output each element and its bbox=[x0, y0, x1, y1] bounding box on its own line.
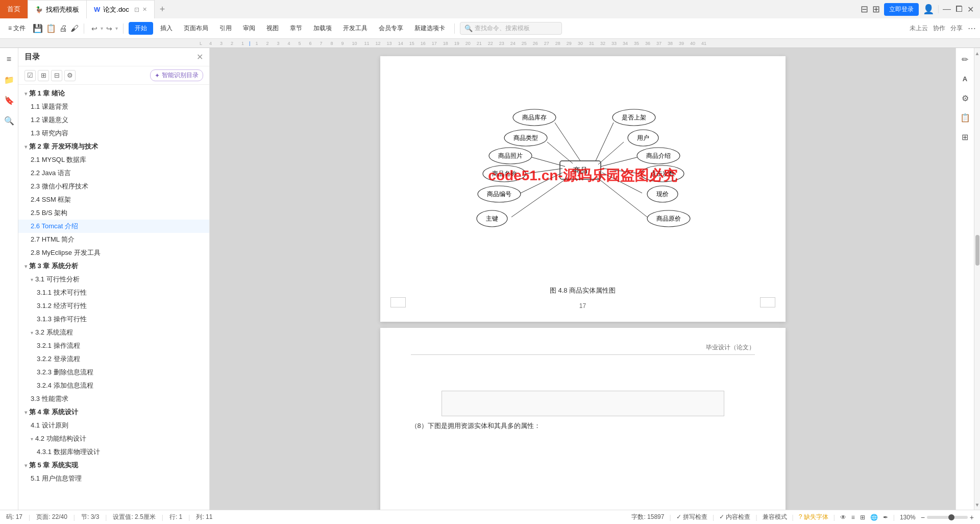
scroll-thumb[interactable] bbox=[975, 235, 979, 266]
toc-item-s2.2[interactable]: 2.2 Java 语言 bbox=[18, 166, 209, 180]
toc-item-s2.4[interactable]: 2.4 SSM 框架 bbox=[18, 193, 209, 206]
sidebar-close-button[interactable]: ✕ bbox=[197, 52, 203, 62]
toc-item-s3.2.4[interactable]: 3.2.4 添加信息流程 bbox=[18, 379, 209, 392]
tab-home[interactable]: 首页 bbox=[0, 0, 28, 18]
layout-icon-1[interactable]: ⊟ bbox=[861, 4, 868, 15]
document-area[interactable]: 商品 商品库存 是否上架 商品类型 bbox=[210, 48, 955, 510]
toc-item-s2.1[interactable]: 2.1 MYSQL 数据库 bbox=[18, 153, 209, 166]
toc-item-s2.8[interactable]: 2.8 MyEclipse 开发工具 bbox=[18, 246, 209, 259]
right-icon-grid[interactable]: ⊞ bbox=[958, 130, 972, 144]
ribbon-chapter-button[interactable]: 章节 bbox=[286, 22, 306, 34]
collab-button[interactable]: 协作 bbox=[933, 24, 945, 33]
sidebar-settings-btn[interactable]: ⚙ bbox=[64, 70, 76, 81]
more-options-icon[interactable]: ⋯ bbox=[968, 23, 976, 33]
user-avatar[interactable]: 👤 bbox=[923, 4, 934, 15]
vertical-scrollbar[interactable]: ▲ ▼ bbox=[974, 48, 980, 510]
toc-item-s1.2[interactable]: 1.2 课题意义 bbox=[18, 113, 209, 127]
status-pen-icon[interactable]: ✒ bbox=[883, 514, 888, 521]
right-icon-clipboard[interactable]: 📋 bbox=[958, 110, 972, 125]
toc-item-s3.2.1[interactable]: 3.2.1 操作流程 bbox=[18, 339, 209, 352]
new-tab-button[interactable]: + bbox=[155, 4, 170, 15]
status-list-icon[interactable]: ≡ bbox=[851, 514, 855, 521]
ribbon-member-button[interactable]: 会员专享 bbox=[375, 22, 407, 34]
toc-item-ch3[interactable]: ▾第 3 章 系统分析 bbox=[18, 259, 209, 273]
close-button[interactable]: ✕ bbox=[967, 5, 974, 14]
toc-item-s3.1.1[interactable]: 3.1.1 技术可行性 bbox=[18, 286, 209, 299]
doc-tab-restore[interactable]: ⊡ bbox=[134, 6, 139, 13]
zoom-control[interactable]: − + bbox=[921, 513, 974, 521]
toc-item-s4.3.1[interactable]: 4.3.1 数据库物理设计 bbox=[18, 445, 209, 459]
toc-item-s3.2.3[interactable]: 3.2.3 删除信息流程 bbox=[18, 366, 209, 379]
ribbon-view-button[interactable]: 视图 bbox=[262, 22, 283, 34]
status-globe-icon[interactable]: 🌐 bbox=[870, 514, 878, 521]
zoom-slider[interactable] bbox=[927, 516, 968, 519]
status-grid-icon[interactable]: ⊞ bbox=[860, 514, 865, 521]
redo-button[interactable]: ↪ bbox=[104, 23, 114, 34]
toc-item-s1.1[interactable]: 1.1 课题背景 bbox=[18, 100, 209, 113]
toc-item-ch2[interactable]: ▾第 2 章 开发环境与技术 bbox=[18, 140, 209, 153]
ribbon-review-button[interactable]: 审阅 bbox=[239, 22, 259, 34]
zoom-out-button[interactable]: − bbox=[921, 513, 925, 521]
minimize-button[interactable]: — bbox=[943, 5, 951, 14]
toc-item-s1.3[interactable]: 1.3 研究内容 bbox=[18, 127, 209, 140]
search-box[interactable]: 🔍 查找命令、搜索模板 bbox=[460, 22, 562, 35]
nav-icon-search[interactable]: 🔍 bbox=[2, 113, 16, 128]
sidebar-expand-btn[interactable]: ⊞ bbox=[38, 70, 49, 81]
tab-doc[interactable]: W 论文.doc ⊡ ✕ bbox=[87, 0, 155, 18]
cloud-save-button[interactable]: 未上云 bbox=[910, 24, 928, 33]
scroll-track[interactable] bbox=[974, 58, 980, 499]
toc-item-s4.1[interactable]: 4.1 设计原则 bbox=[18, 419, 209, 432]
toc-item-s3.2.2[interactable]: 3.2.2 登录流程 bbox=[18, 352, 209, 366]
toc-item-s3.1[interactable]: ▾3.1 可行性分析 bbox=[18, 273, 209, 286]
toc-item-ch1[interactable]: ▾第 1 章 绪论 bbox=[18, 87, 209, 100]
ribbon-start-button[interactable]: 开始 bbox=[129, 22, 153, 35]
paint-icon[interactable]: 🖌 bbox=[70, 24, 79, 33]
toc-item-s4.2[interactable]: ▾4.2 功能结构设计 bbox=[18, 432, 209, 445]
template-save-icon[interactable]: 📋 bbox=[46, 23, 56, 33]
toc-item-s5.1[interactable]: 5.1 用户信息管理 bbox=[18, 472, 209, 485]
nav-icon-bookmark[interactable]: 🔖 bbox=[2, 93, 16, 107]
sidebar-collapse-btn[interactable]: ⊟ bbox=[51, 70, 62, 81]
toc-item-ch5[interactable]: ▾第 5 章 系统实现 bbox=[18, 459, 209, 472]
nav-icon-toc[interactable]: ≡ bbox=[2, 52, 16, 66]
right-icon-settings[interactable]: ⚙ bbox=[958, 91, 972, 105]
toc-item-s2.5[interactable]: 2.5 B/S 架构 bbox=[18, 206, 209, 220]
toc-item-s2.7[interactable]: 2.7 HTML 简介 bbox=[18, 233, 209, 246]
ribbon-tools-button[interactable]: 开发工具 bbox=[339, 22, 372, 34]
toc-item-ch4[interactable]: ▾第 4 章 系统设计 bbox=[18, 406, 209, 419]
toc-item-s2.3[interactable]: 2.3 微信小程序技术 bbox=[18, 180, 209, 193]
login-button[interactable]: 立即登录 bbox=[884, 3, 919, 16]
save-icon[interactable]: 💾 bbox=[33, 23, 43, 33]
zoom-slider-thumb[interactable] bbox=[948, 514, 954, 520]
scroll-up-button[interactable]: ▲ bbox=[974, 48, 980, 58]
right-icon-edit[interactable]: ✏ bbox=[958, 52, 972, 66]
spell-check[interactable]: ✓ 拼写检查 bbox=[676, 513, 707, 521]
font-warning[interactable]: ? 缺失字体 bbox=[799, 513, 828, 521]
share-button[interactable]: 分享 bbox=[950, 24, 963, 33]
ribbon-layout-button[interactable]: 页面布局 bbox=[180, 22, 212, 34]
zoom-in-button[interactable]: + bbox=[970, 513, 974, 521]
layout-icon-2[interactable]: ⊞ bbox=[872, 4, 880, 15]
toc-item-s3.1.3[interactable]: 3.1.3 操作可行性 bbox=[18, 313, 209, 326]
ribbon-newselect-button[interactable]: 新建选项卡 bbox=[410, 22, 449, 34]
doc-tab-close[interactable]: ✕ bbox=[142, 6, 147, 13]
undo-button[interactable]: ↩ bbox=[89, 23, 100, 34]
ribbon-ref-button[interactable]: 引用 bbox=[215, 22, 236, 34]
print-icon[interactable]: 🖨 bbox=[59, 24, 67, 33]
content-check[interactable]: ✓ 内容检查 bbox=[719, 513, 750, 521]
toc-item-s3.2[interactable]: ▾3.2 系统流程 bbox=[18, 326, 209, 339]
scroll-down-button[interactable]: ▼ bbox=[974, 499, 980, 510]
ai-identify-button[interactable]: ✦ 智能识别目录 bbox=[150, 69, 203, 81]
tab-template[interactable]: 🦆 找稻壳模板 bbox=[28, 0, 87, 18]
ribbon-insert-button[interactable]: 插入 bbox=[156, 22, 177, 34]
file-menu-button[interactable]: ≡ 文件 bbox=[4, 22, 30, 34]
toc-item-s3.1.2[interactable]: 3.1.2 经济可行性 bbox=[18, 299, 209, 313]
toc-item-s2.6[interactable]: 2.6 Tomcat 介绍 bbox=[18, 220, 209, 233]
sidebar-check-all[interactable]: ☑ bbox=[24, 70, 36, 81]
right-icon-text[interactable]: A bbox=[958, 72, 972, 86]
toc-item-s3.3[interactable]: 3.3 性能需求 bbox=[18, 392, 209, 406]
restore-button[interactable]: ⧠ bbox=[955, 5, 963, 14]
status-eye-icon[interactable]: 👁 bbox=[840, 514, 846, 521]
ribbon-addons-button[interactable]: 加载项 bbox=[309, 22, 336, 34]
nav-icon-folder[interactable]: 📁 bbox=[2, 73, 16, 87]
